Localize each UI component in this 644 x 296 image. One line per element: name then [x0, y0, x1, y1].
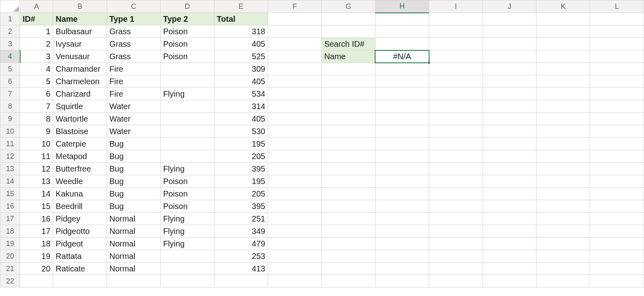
cell-E6[interactable]: 405: [214, 75, 268, 88]
row-header-8[interactable]: 8: [0, 100, 20, 113]
cell-L17[interactable]: [590, 213, 644, 225]
cell-D20[interactable]: [161, 250, 214, 263]
cell-F10[interactable]: [268, 125, 321, 138]
cell-A12[interactable]: 11: [20, 150, 53, 163]
cell-F2[interactable]: [268, 25, 321, 38]
cell-H1[interactable]: [375, 13, 429, 25]
cell-H9[interactable]: [375, 113, 429, 125]
cell-E3[interactable]: 405: [214, 38, 268, 50]
cell-E12[interactable]: 205: [214, 150, 268, 163]
row-header-20[interactable]: 20: [0, 250, 20, 263]
cell-I11[interactable]: [429, 138, 483, 150]
cell-D6[interactable]: [161, 75, 214, 88]
cell-E21[interactable]: 413: [214, 263, 268, 275]
cell-F11[interactable]: [268, 138, 321, 150]
cell-J1[interactable]: [483, 13, 536, 25]
cell-B4[interactable]: Venusaur: [53, 50, 107, 63]
cell-K20[interactable]: [537, 250, 590, 263]
col-header-L[interactable]: L: [590, 0, 644, 13]
cell-F3[interactable]: [268, 38, 321, 50]
cell-C8[interactable]: Water: [107, 100, 160, 113]
cell-E15[interactable]: 205: [214, 188, 268, 200]
cell-J9[interactable]: [483, 113, 536, 125]
cell-J20[interactable]: [483, 250, 536, 263]
cell-C19[interactable]: Normal: [107, 238, 160, 250]
row-header-11[interactable]: 11: [0, 138, 20, 150]
row-header-12[interactable]: 12: [0, 150, 20, 163]
cell-L3[interactable]: [590, 38, 644, 50]
cell-I14[interactable]: [429, 175, 483, 188]
cell-H7[interactable]: [375, 88, 429, 100]
cell-F9[interactable]: [268, 113, 321, 125]
row-header-3[interactable]: 3: [0, 38, 20, 50]
cell-E11[interactable]: 195: [214, 138, 268, 150]
cell-K15[interactable]: [537, 188, 590, 200]
cell-G19[interactable]: [322, 238, 375, 250]
col-header-I[interactable]: I: [429, 0, 483, 13]
cell-C13[interactable]: Bug: [107, 163, 160, 175]
cell-J10[interactable]: [483, 125, 536, 138]
cell-J18[interactable]: [483, 225, 536, 238]
cell-C21[interactable]: Normal: [107, 263, 160, 275]
cell-E13[interactable]: 395: [214, 163, 268, 175]
col-header-C[interactable]: C: [107, 0, 160, 13]
cell-C5[interactable]: Fire: [107, 63, 160, 75]
cell-L9[interactable]: [590, 113, 644, 125]
cell-H12[interactable]: [375, 150, 429, 163]
cell-H21[interactable]: [375, 263, 429, 275]
cell-B15[interactable]: Kakuna: [53, 188, 107, 200]
cell-K13[interactable]: [537, 163, 590, 175]
cell-I9[interactable]: [429, 113, 483, 125]
cell-A22[interactable]: [20, 275, 53, 288]
cell-C3[interactable]: Grass: [107, 38, 160, 50]
row-header-14[interactable]: 14: [0, 175, 20, 188]
cell-J11[interactable]: [483, 138, 536, 150]
cell-I2[interactable]: [429, 25, 483, 38]
cell-A10[interactable]: 9: [20, 125, 53, 138]
cell-E10[interactable]: 530: [214, 125, 268, 138]
cell-L19[interactable]: [590, 238, 644, 250]
cell-B14[interactable]: Weedle: [53, 175, 107, 188]
cell-G3[interactable]: Search ID#: [322, 38, 375, 50]
cell-A13[interactable]: 12: [20, 163, 53, 175]
cell-D4[interactable]: Poison: [161, 50, 214, 63]
cell-I15[interactable]: [429, 188, 483, 200]
col-header-J[interactable]: J: [483, 0, 536, 13]
cell-A18[interactable]: 17: [20, 225, 53, 238]
cell-K21[interactable]: [537, 263, 590, 275]
cell-J19[interactable]: [483, 238, 536, 250]
row-header-6[interactable]: 6: [0, 75, 20, 88]
cell-L1[interactable]: [590, 13, 644, 25]
cell-B12[interactable]: Metapod: [53, 150, 107, 163]
cell-I5[interactable]: [429, 63, 483, 75]
cell-A3[interactable]: 2: [20, 38, 53, 50]
cell-G22[interactable]: [322, 275, 375, 288]
cell-J12[interactable]: [483, 150, 536, 163]
row-header-10[interactable]: 10: [0, 125, 20, 138]
cell-I12[interactable]: [429, 150, 483, 163]
cell-K1[interactable]: [537, 13, 590, 25]
cell-C9[interactable]: Water: [107, 113, 160, 125]
cell-L4[interactable]: [590, 50, 644, 63]
row-header-7[interactable]: 7: [0, 88, 20, 100]
cell-J5[interactable]: [483, 63, 536, 75]
cell-A19[interactable]: 18: [20, 238, 53, 250]
cell-G15[interactable]: [322, 188, 375, 200]
cell-C22[interactable]: [107, 275, 160, 288]
cell-I8[interactable]: [429, 100, 483, 113]
cell-H22[interactable]: [375, 275, 429, 288]
cell-G1[interactable]: [322, 13, 375, 25]
cell-G21[interactable]: [322, 263, 375, 275]
cell-B22[interactable]: [53, 275, 107, 288]
cell-D5[interactable]: [161, 63, 214, 75]
cell-F20[interactable]: [268, 250, 321, 263]
cell-I10[interactable]: [429, 125, 483, 138]
cell-E14[interactable]: 195: [214, 175, 268, 188]
row-header-17[interactable]: 17: [0, 213, 20, 225]
cell-A14[interactable]: 13: [20, 175, 53, 188]
cell-F22[interactable]: [268, 275, 321, 288]
cell-H16[interactable]: [375, 200, 429, 213]
cell-J15[interactable]: [483, 188, 536, 200]
cell-B7[interactable]: Charizard: [53, 88, 107, 100]
cell-D16[interactable]: Poison: [161, 200, 214, 213]
